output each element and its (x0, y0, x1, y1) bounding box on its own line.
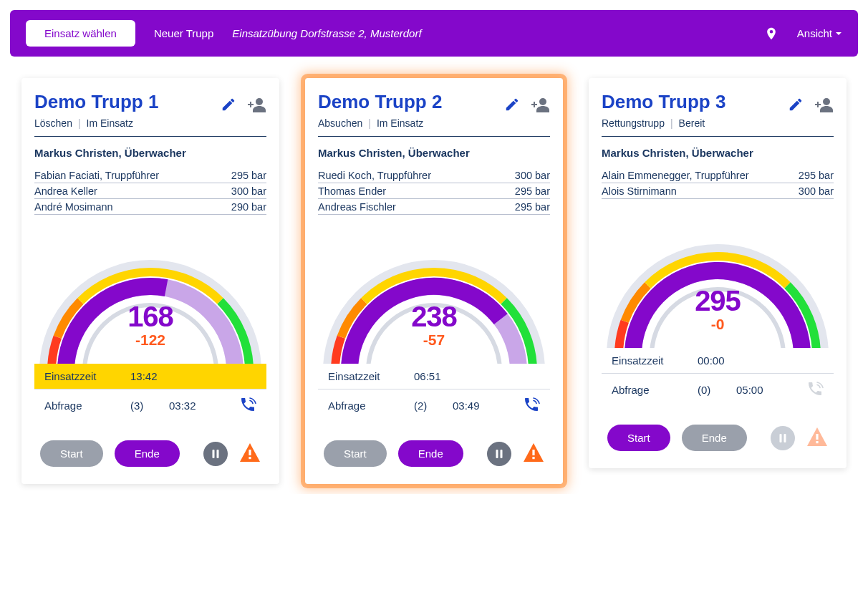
pause-button[interactable] (203, 442, 228, 466)
phone-icon[interactable] (523, 396, 540, 415)
member-pressure: 300 bar (799, 185, 834, 197)
end-button[interactable]: Ende (398, 440, 463, 467)
abfrage-label: Abfrage (612, 384, 698, 396)
start-button[interactable]: Start (324, 440, 387, 467)
abfrage-row: Abfrage(3)03:32 (34, 389, 266, 422)
member-pressure: 295 bar (515, 185, 550, 197)
member-list: Ruedi Koch, Truppführer300 barThomas End… (318, 168, 550, 215)
edit-icon[interactable] (788, 97, 804, 112)
gauge-value: 168 (34, 301, 266, 333)
card-controls: StartEnde (318, 440, 550, 467)
member-row: Alain Emmenegger, Truppführer295 bar (602, 168, 834, 183)
member-pressure: 295 bar (799, 170, 834, 181)
member-pressure: 290 bar (231, 201, 266, 213)
member-row: André Mosimann290 bar (34, 199, 266, 215)
einsatzzeit-label: Einsatzzeit (328, 370, 414, 382)
chevron-down-icon (835, 30, 842, 37)
team-subtitle: Absuchen|Im Einsatz (318, 117, 442, 129)
add-person-icon[interactable] (246, 95, 266, 114)
member-name: Alain Emmenegger, Truppführer (602, 170, 749, 181)
pause-button[interactable] (487, 442, 511, 466)
svg-rect-6 (496, 450, 498, 458)
svg-point-10 (823, 98, 830, 105)
new-team-link[interactable]: Neuer Trupp (154, 27, 213, 39)
svg-point-5 (539, 98, 546, 105)
pressure-gauge: 168-122 (34, 256, 266, 364)
abfrage-time: 03:32 (169, 400, 196, 412)
gauge-value: 295 (602, 285, 834, 317)
team-card: Demo Trupp 1Löschen|Im EinsatzMarkus Chr… (21, 78, 279, 484)
edit-icon[interactable] (504, 97, 520, 112)
einsatzzeit-row: Einsatzzeit00:00 (602, 348, 834, 374)
phone-icon (806, 380, 824, 400)
add-person-icon[interactable] (530, 95, 550, 114)
member-pressure: 300 bar (515, 170, 550, 181)
abfrage-count: (3) (130, 400, 169, 412)
einsatzzeit-label: Einsatzzeit (612, 354, 698, 367)
member-row: Ruedi Koch, Truppführer300 bar (318, 168, 550, 183)
choose-mission-button[interactable]: Einsatz wählen (26, 20, 135, 47)
end-button[interactable]: Ende (682, 425, 747, 451)
svg-rect-3 (249, 450, 251, 455)
gauge-delta: -122 (34, 331, 266, 349)
abfrage-row: Abfrage(0)05:00 (602, 374, 834, 406)
abfrage-row: Abfrage(2)03:49 (318, 389, 550, 422)
abfrage-count: (2) (414, 400, 453, 412)
svg-rect-8 (532, 450, 534, 455)
member-row: Thomas Ender295 bar (318, 183, 550, 199)
member-name: Andreas Fischler (318, 201, 396, 213)
edit-icon[interactable] (221, 97, 236, 112)
svg-rect-9 (532, 457, 534, 459)
cards-container: Demo Trupp 1Löschen|Im EinsatzMarkus Chr… (10, 78, 858, 484)
abfrage-time: 03:49 (453, 400, 480, 412)
warning-icon[interactable] (523, 442, 544, 465)
member-row: Andrea Keller300 bar (34, 183, 266, 199)
einsatzzeit-row: Einsatzzeit13:42 (34, 364, 266, 389)
gauge-delta: -57 (318, 331, 550, 349)
svg-rect-13 (816, 434, 818, 440)
svg-rect-14 (816, 441, 818, 443)
svg-rect-11 (780, 434, 782, 442)
card-controls: StartEnde (602, 425, 834, 451)
warning-icon[interactable] (239, 442, 261, 465)
navbar: Einsatz wählen Neuer Trupp Einsatzübung … (10, 10, 858, 57)
svg-rect-1 (213, 450, 215, 458)
member-name: André Mosimann (34, 201, 113, 213)
abfrage-count: (0) (698, 384, 736, 396)
einsatzzeit-label: Einsatzzeit (44, 370, 130, 382)
supervisor-name: Markus Christen, Überwacher (602, 147, 834, 159)
svg-point-0 (256, 98, 263, 105)
svg-rect-4 (249, 457, 251, 459)
start-button[interactable]: Start (607, 425, 670, 451)
einsatzzeit-value: 06:51 (414, 370, 441, 382)
team-card: Demo Trupp 3Rettungstrupp|BereitMarkus C… (589, 78, 847, 468)
team-title[interactable]: Demo Trupp 1 (34, 91, 158, 113)
member-row: Alois Stirnimann300 bar (602, 183, 834, 199)
team-subtitle: Rettungstrupp|Bereit (602, 117, 725, 129)
location-icon[interactable] (764, 26, 778, 41)
member-pressure: 295 bar (515, 201, 550, 213)
phone-icon[interactable] (239, 396, 256, 415)
add-person-icon[interactable] (814, 95, 834, 114)
supervisor-name: Markus Christen, Überwacher (318, 147, 550, 159)
gauge-value: 238 (318, 301, 550, 333)
einsatzzeit-row: Einsatzzeit06:51 (318, 364, 550, 389)
member-name: Alois Stirnimann (602, 185, 677, 197)
warning-icon[interactable] (806, 427, 828, 450)
pause-button[interactable] (771, 426, 795, 450)
einsatzzeit-value: 13:42 (130, 370, 158, 382)
pressure-gauge: 295-0 (602, 241, 834, 348)
einsatzzeit-value: 00:00 (698, 354, 725, 367)
end-button[interactable]: Ende (115, 440, 180, 467)
svg-rect-12 (784, 434, 786, 442)
start-button[interactable]: Start (40, 440, 103, 467)
member-name: Fabian Faciati, Truppführer (34, 170, 159, 181)
member-name: Ruedi Koch, Truppführer (318, 170, 431, 181)
member-pressure: 295 bar (231, 170, 266, 181)
abfrage-label: Abfrage (328, 400, 414, 412)
team-title[interactable]: Demo Trupp 2 (318, 91, 442, 113)
team-title[interactable]: Demo Trupp 3 (602, 91, 725, 113)
member-pressure: 300 bar (231, 185, 266, 197)
view-dropdown-label: Ansicht (797, 27, 832, 39)
view-dropdown[interactable]: Ansicht (797, 27, 842, 39)
